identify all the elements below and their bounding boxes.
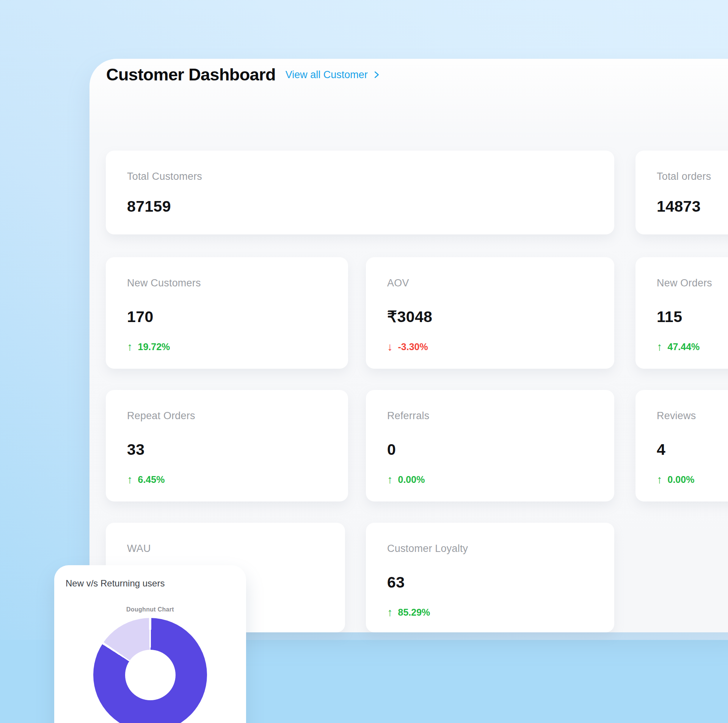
metric-label: Repeat Orders — [127, 410, 327, 422]
trend-up-icon: ↑ — [127, 341, 133, 352]
page-title: Customer Dashboard — [106, 65, 276, 85]
metric-label: New Customers — [127, 277, 327, 289]
dashboard-header: Customer Dashboard View all Customer — [106, 65, 381, 85]
metric-delta-value: 19.72% — [138, 341, 170, 352]
metric-delta-value: 47.44% — [668, 341, 700, 352]
card-total-customers: Total Customers 87159 — [106, 151, 614, 234]
card-aov: AOV ₹3048 ↓ -3.30% — [366, 257, 614, 369]
new-vs-returning-card: New v/s Returning users Doughnut Chart — [54, 565, 246, 723]
metric-value: 63 — [387, 573, 593, 592]
metric-delta-value: 6.45% — [138, 474, 165, 485]
metric-value: 170 — [127, 307, 327, 326]
metric-delta-value: 0.00% — [398, 474, 425, 485]
trend-up-icon: ↑ — [387, 474, 393, 485]
card-total-orders: Total orders 14873 — [635, 151, 728, 234]
dashboard-panel: Customer Dashboard View all Customer Tot… — [89, 59, 728, 632]
metric-label: Reviews — [657, 410, 728, 422]
card-repeat-orders: Repeat Orders 33 ↑ 6.45% — [106, 390, 348, 501]
metric-delta-value: 85.29% — [398, 607, 430, 618]
trend-up-icon: ↑ — [387, 607, 393, 618]
metric-delta-value: 0.00% — [668, 474, 695, 485]
metric-label: New Orders — [657, 277, 728, 289]
metric-label: WAU — [127, 542, 324, 555]
metric-delta-value: -3.30% — [398, 341, 428, 352]
customer-dashboard-page: Customer Dashboard View all Customer Tot… — [0, 0, 728, 723]
metric-label: Total Customers — [127, 170, 593, 182]
metric-value: 0 — [387, 440, 593, 459]
metric-delta: ↑ 6.45% — [127, 474, 327, 485]
doughnut-chart-title: Doughnut Chart — [66, 606, 235, 613]
metric-value: 115 — [657, 307, 728, 326]
card-referrals: Referrals 0 ↑ 0.00% — [366, 390, 614, 501]
card-reviews: Reviews 4 ↑ 0.00% — [635, 390, 728, 501]
metric-label: AOV — [387, 277, 593, 289]
card-customer-loyalty: Customer Loyalty 63 ↑ 85.29% — [366, 523, 614, 632]
metric-delta: ↑ 0.00% — [387, 474, 593, 485]
metric-label: Referrals — [387, 410, 593, 422]
doughnut-chart — [93, 618, 207, 723]
metric-value: 4 — [657, 440, 728, 459]
metric-value: ₹3048 — [387, 307, 593, 326]
card-new-customers: New Customers 170 ↑ 19.72% — [106, 257, 348, 369]
trend-up-icon: ↑ — [657, 341, 662, 352]
new-vs-returning-title: New v/s Returning users — [66, 578, 235, 589]
trend-down-icon: ↓ — [387, 341, 393, 352]
metric-label: Customer Loyalty — [387, 542, 593, 555]
metric-value: 14873 — [657, 197, 728, 216]
metric-delta: ↓ -3.30% — [387, 341, 593, 352]
view-all-customer-label: View all Customer — [286, 69, 368, 81]
metric-label: Total orders — [657, 170, 728, 182]
metric-delta: ↑ 47.44% — [657, 341, 728, 352]
metric-delta: ↑ 0.00% — [657, 474, 728, 485]
metric-delta: ↑ 19.72% — [127, 341, 327, 352]
metric-value: 87159 — [127, 197, 593, 216]
trend-up-icon: ↑ — [657, 474, 662, 485]
chevron-right-icon — [372, 71, 381, 79]
metric-delta: ↑ 85.29% — [387, 607, 593, 618]
card-new-orders: New Orders 115 ↑ 47.44% — [635, 257, 728, 369]
view-all-customer-link[interactable]: View all Customer — [286, 69, 381, 81]
trend-up-icon: ↑ — [127, 474, 133, 485]
metric-value: 33 — [127, 440, 327, 459]
